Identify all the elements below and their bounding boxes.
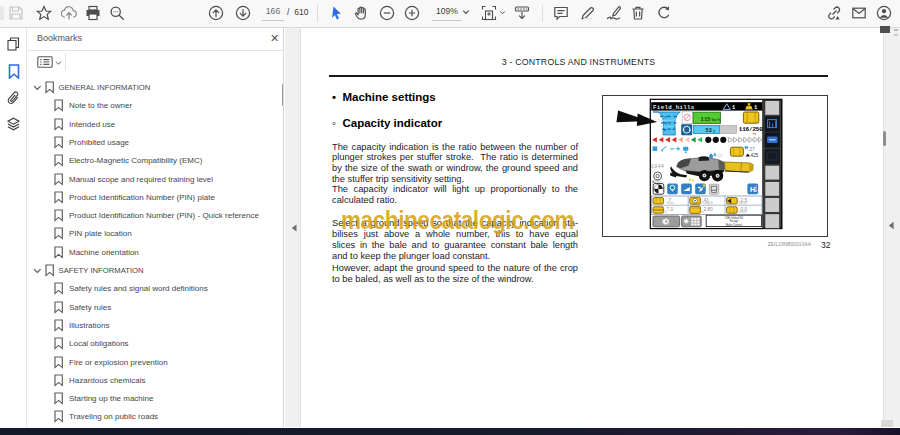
svg-text:g: g: [713, 129, 715, 133]
svg-text:Field_hills: Field_hills: [653, 104, 695, 111]
svg-text:Baler Control: Baler Control: [726, 223, 742, 227]
svg-text:Flakes: Flakes: [739, 210, 747, 214]
svg-text:CNH Global NV: CNH Global NV: [724, 216, 743, 220]
svg-text:2.80: 2.80: [704, 207, 714, 212]
svg-text:Plunger/b: Plunger/b: [702, 201, 714, 205]
svg-text:115: 115: [701, 116, 712, 123]
svg-text:425: 425: [751, 153, 759, 158]
svg-text:27: 27: [750, 147, 756, 152]
svg-text:Knives: Knives: [667, 201, 675, 205]
svg-text:53: 53: [706, 128, 712, 134]
svg-text:m: m: [665, 211, 667, 214]
svg-text:23: 23: [717, 153, 722, 158]
svg-text:Forage: Forage: [730, 219, 739, 223]
svg-text:1044: 1044: [651, 164, 664, 169]
svg-text:m: m: [702, 211, 704, 214]
svg-text:km/h: km/h: [712, 118, 720, 122]
svg-text:H: H: [750, 186, 755, 193]
svg-text:116/250: 116/250: [739, 126, 763, 133]
svg-text:7.0: 7.0: [667, 207, 674, 212]
svg-text:PB: PB: [753, 133, 757, 136]
svg-text:Bales/h: Bales/h: [739, 201, 748, 205]
